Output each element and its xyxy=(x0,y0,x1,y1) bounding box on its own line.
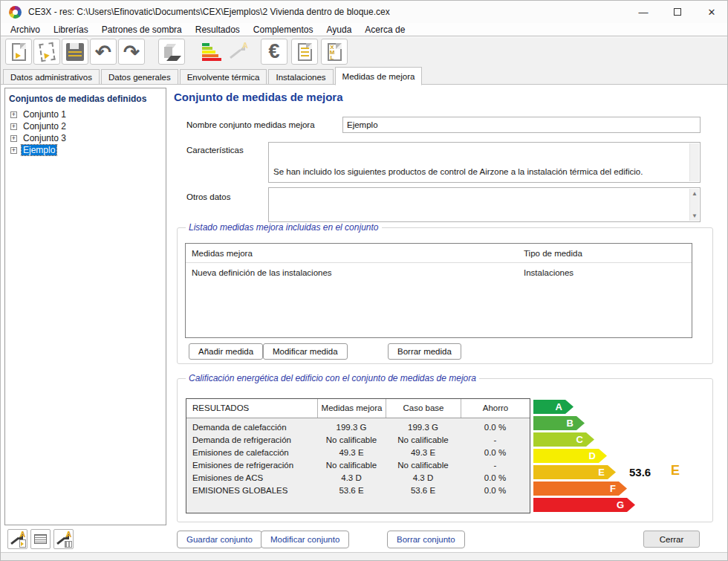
tree-item-ejemplo[interactable]: + Ejemplo xyxy=(10,144,166,156)
caracteristicas-label: Características xyxy=(186,146,244,155)
tab-envolvente-termica[interactable]: Envolvente térmica xyxy=(180,69,267,85)
expand-plus-icon[interactable]: + xyxy=(10,147,17,154)
cost-euro-button[interactable]: € xyxy=(261,39,287,65)
modify-set-button[interactable]: Modificar conjunto xyxy=(261,531,349,548)
new-file-icon xyxy=(12,43,26,61)
tree-item-conjunto-1[interactable]: + Conjunto 1 xyxy=(10,108,166,120)
otros-datos-textarea[interactable]: ▲ ▼ xyxy=(268,187,701,222)
menu-ayuda[interactable]: Ayuda xyxy=(320,25,359,35)
menu-librerias[interactable]: Librerías xyxy=(47,25,95,35)
energy-bar-a: A xyxy=(533,400,573,414)
caracteristicas-textarea[interactable]: Se han incluido los siguientes productos… xyxy=(268,142,701,183)
delete-measure-button[interactable]: Borrar medida xyxy=(388,343,461,360)
result-row-emisiones-refrigeracion: Emisiones de refrigeraciónNo calificable… xyxy=(186,459,530,472)
tree-item-conjunto-2[interactable]: + Conjunto 2 xyxy=(10,120,166,132)
new-file-button[interactable] xyxy=(5,39,32,65)
menu-complementos[interactable]: Complementos xyxy=(247,25,320,35)
menu-acerca-de[interactable]: Acerca de xyxy=(358,25,412,35)
tree-item-conjunto-3[interactable]: + Conjunto 3 xyxy=(10,132,166,144)
caracteristicas-scrollbar[interactable] xyxy=(689,143,699,181)
close-icon: ✕ xyxy=(708,7,716,18)
energy-bar-g: G xyxy=(533,498,635,512)
scroll-down-icon[interactable]: ▼ xyxy=(690,213,699,219)
add-measure-button[interactable]: Añadir medida xyxy=(189,343,263,360)
rating-groupbox: Calificación energética del edificio con… xyxy=(177,378,713,522)
app-logo-icon xyxy=(9,6,22,19)
xml-file-icon: XML xyxy=(328,43,342,61)
scroll-up-icon[interactable]: ▲ xyxy=(690,190,699,197)
col-medidas-mejora: Medidas mejora xyxy=(186,244,522,262)
improve-arrow-icon: A xyxy=(229,42,248,62)
rating-letter: E xyxy=(671,463,680,479)
tab-medidas-de-mejora[interactable]: Medidas de mejora xyxy=(335,67,423,85)
measures-table-header: Medidas mejora Tipo de medida xyxy=(186,244,692,263)
improve-measure-building-button[interactable]: A xyxy=(53,529,74,549)
title-bar: CE3X - res: C:\Users\Efinovatic\Document… xyxy=(1,1,728,23)
rating-group-title: Calificación energética del edificio con… xyxy=(186,373,479,383)
expand-plus-icon[interactable]: + xyxy=(10,111,17,118)
minimize-icon: — xyxy=(639,7,649,18)
redo-button[interactable]: ↷ xyxy=(118,39,145,65)
measures-table: Medidas mejora Tipo de medida Nueva defi… xyxy=(185,243,692,338)
measure-sets-panel: Conjuntos de medidas definidos + Conjunt… xyxy=(4,88,166,525)
col-caso-base: Caso base xyxy=(386,399,461,418)
rating-value: 53.6 xyxy=(629,466,651,479)
menu-resultados[interactable]: Resultados xyxy=(189,25,247,35)
menu-bar: Archivo Librerías Patrones de sombra Res… xyxy=(1,23,728,36)
energy-rating-button[interactable] xyxy=(198,39,225,65)
measures-table-row[interactable]: Nueva definición de las instalaciones In… xyxy=(186,263,692,282)
otros-datos-scrollbar[interactable]: ▲ ▼ xyxy=(689,189,699,221)
undo-icon: ↶ xyxy=(95,42,111,62)
energy-scale: A B C D E F G xyxy=(533,400,635,514)
modify-measure-button[interactable]: Modificar medida xyxy=(263,343,348,360)
close-panel-button[interactable]: Cerrar xyxy=(643,531,700,548)
menu-archivo[interactable]: Archivo xyxy=(4,25,47,35)
col-medidas-mejora: Medidas mejora xyxy=(317,399,386,418)
euro-icon: € xyxy=(268,40,279,63)
energy-bar-b: B xyxy=(533,416,585,430)
results-table: RESULTADOS Medidas mejora Caso base Ahor… xyxy=(186,398,530,513)
measures-groupbox: Listado medidas mejora incluidas en el c… xyxy=(177,227,713,364)
expand-plus-icon[interactable]: + xyxy=(10,135,17,142)
status-bar xyxy=(1,552,728,561)
minimize-button[interactable]: — xyxy=(626,1,660,23)
energy-bar-c: C xyxy=(533,432,594,447)
delete-set-button[interactable]: Borrar conjunto xyxy=(387,531,465,548)
building-3d-button[interactable] xyxy=(158,39,185,65)
result-row-demanda-calefaccion: Demanda de calefacción199.3 G199.3 G0.0 … xyxy=(186,421,530,434)
improve-rating-button-disabled: A xyxy=(225,39,252,65)
toolbar: ↶ ↷ A € XML xyxy=(1,37,728,66)
col-tipo-de-medida: Tipo de medida xyxy=(522,244,582,262)
maximize-button[interactable] xyxy=(660,1,695,23)
energy-bar-e: E xyxy=(533,465,616,479)
improve-doc-icon: A xyxy=(10,531,26,548)
menu-patrones-de-sombra[interactable]: Patrones de sombra xyxy=(95,25,189,35)
save-set-button[interactable]: Guardar conjunto xyxy=(177,531,262,548)
expand-plus-icon[interactable]: + xyxy=(10,123,17,130)
otros-datos-label: Otros datos xyxy=(186,192,230,201)
measures-group-title: Listado medidas mejora incluidas en el c… xyxy=(186,222,382,233)
close-button[interactable]: ✕ xyxy=(695,1,728,23)
save-button[interactable] xyxy=(62,39,88,65)
tab-datos-generales[interactable]: Datos generales xyxy=(101,69,178,85)
open-file-button[interactable] xyxy=(33,39,60,65)
results-table-header: RESULTADOS Medidas mejora Caso base Ahor… xyxy=(186,399,530,418)
open-file-icon xyxy=(39,42,55,61)
report-icon xyxy=(298,43,312,61)
result-row-emisiones-calefaccion: Emisiones de calefacción49.3 E49.3 E0.0 … xyxy=(186,447,530,459)
tree-header: Conjuntos de medidas definidos xyxy=(9,94,166,104)
undo-button[interactable]: ↶ xyxy=(90,39,117,65)
improve-building-icon: A xyxy=(56,531,72,548)
xml-export-button[interactable]: XML xyxy=(321,39,348,65)
improve-measure-doc-button[interactable]: A xyxy=(7,529,27,549)
energy-bar-f: F xyxy=(533,481,627,496)
result-row-emisiones-acs: Emisiones de ACS4.3 D4.3 D0.0 % xyxy=(186,472,530,484)
energy-bar-d: D xyxy=(533,449,607,463)
tab-instalaciones[interactable]: Instalaciones xyxy=(268,69,333,85)
tab-datos-administrativos[interactable]: Datos administrativos xyxy=(3,69,100,85)
result-row-emisiones-globales: EMISIONES GLOBALES53.6 E53.6 E0.0 % xyxy=(186,484,530,497)
building-3d-icon xyxy=(163,42,181,62)
measures-list-button[interactable] xyxy=(30,529,51,549)
nombre-input[interactable] xyxy=(342,117,701,133)
report-button[interactable] xyxy=(291,39,318,65)
